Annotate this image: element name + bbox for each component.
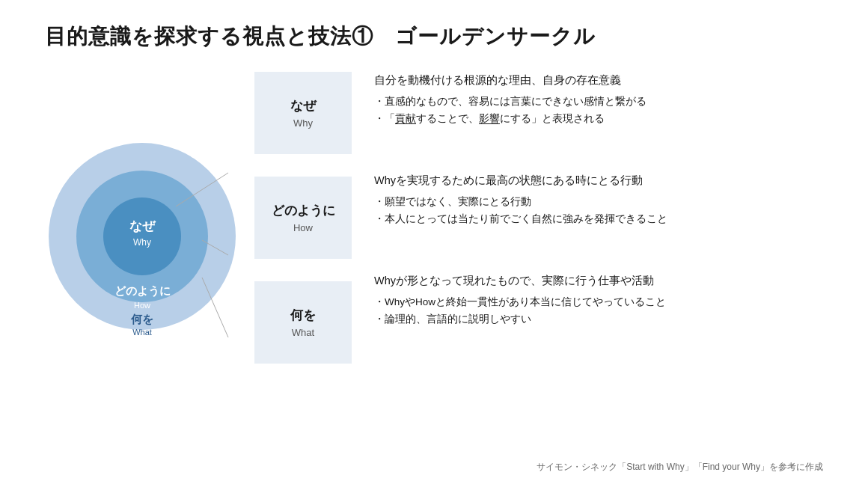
label-why-en: Why (293, 117, 313, 129)
inner-label-en: Why (133, 237, 151, 248)
label-box-why: なぜ Why (254, 72, 352, 154)
desc-bullet-how-1: ・願望ではなく、実際にとる行動 (374, 194, 823, 211)
label-what-en: What (292, 327, 314, 338)
label-how-en: How (293, 222, 313, 233)
desc-bullets-why: ・直感的なもので、容易には言葉にできない感情と繋がる ・「貢献することで、影響に… (374, 94, 823, 128)
desc-bullet-what-1: ・WhyやHowと終始一貫性があり本当に信じてやっていること (374, 294, 823, 311)
desc-bullet-how-2: ・本人にとっては当たり前でごく自然に強みを発揮できること (374, 211, 823, 228)
right-area: なぜ Why どのように How 何を What 自分を動機付ける根源的な理由、… (254, 72, 823, 386)
page-container: 目的意識を探求する視点と技法① ゴールデンサークル なぜ Why どのように H… (0, 0, 868, 487)
desc-bullet-what-2: ・論理的、言語的に説明しやすい (374, 311, 823, 328)
golden-circle-area: なぜ Why どのように How 何を What (45, 79, 239, 393)
middle-label-en: How (134, 301, 150, 310)
underline-eikyo: 影響 (479, 113, 500, 124)
outer-label-ja: 何を (130, 313, 153, 325)
underline-koken: 貢献 (395, 113, 416, 124)
middle-label-ja: どのように (114, 284, 171, 297)
desc-block-what: Whyが形となって現れたもので、実際に行う仕事や活動 ・WhyやHowと終始一貫… (374, 272, 823, 355)
label-how-ja: どのように (272, 202, 335, 219)
descriptions-column: 自分を動機付ける根源的な理由、自身の存在意義 ・直感的なもので、容易には言葉にで… (352, 72, 823, 386)
desc-title-what: Whyが形となって現れたもので、実際に行う仕事や活動 (374, 272, 823, 290)
desc-bullet-why-2: ・「貢献することで、影響にする」と表現される (374, 111, 823, 128)
desc-block-how: Whyを実現するために最高の状態にある時にとる行動 ・願望ではなく、実際にとる行… (374, 172, 823, 254)
label-why-ja: なぜ (290, 97, 316, 114)
outer-label-en: What (132, 328, 152, 337)
desc-bullet-why-1: ・直感的なもので、容易には言葉にできない感情と繋がる (374, 94, 823, 111)
label-box-how: どのように How (254, 177, 352, 259)
inner-label-ja: なぜ (129, 219, 156, 233)
label-box-what: 何を What (254, 281, 352, 364)
content-area: なぜ Why どのように How 何を What (45, 72, 823, 393)
desc-bullets-how: ・願望ではなく、実際にとる行動 ・本人にとっては当たり前でごく自然に強みを発揮で… (374, 194, 823, 228)
inner-circle (103, 197, 181, 275)
page-title: 目的意識を探求する視点と技法① ゴールデンサークル (45, 22, 823, 51)
desc-title-how: Whyを実現するために最高の状態にある時にとる行動 (374, 172, 823, 189)
labels-column: なぜ Why どのように How 何を What (254, 72, 352, 386)
golden-circle-svg: なぜ Why どのように How 何を What (45, 132, 239, 341)
label-what-ja: 何を (290, 307, 316, 324)
desc-title-why: 自分を動機付ける根源的な理由、自身の存在意義 (374, 72, 823, 89)
desc-bullets-what: ・WhyやHowと終始一貫性があり本当に信じてやっていること ・論理的、言語的に… (374, 294, 823, 328)
desc-block-why: 自分を動機付ける根源的な理由、自身の存在意義 ・直感的なもので、容易には言葉にで… (374, 72, 823, 154)
footer-note: サイモン・シネック「Start with Why」「Find your Why」… (537, 461, 823, 474)
